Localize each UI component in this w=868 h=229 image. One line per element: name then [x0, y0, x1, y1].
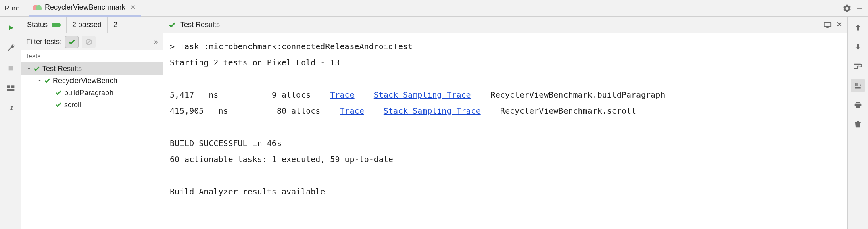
status-label: Status	[27, 21, 48, 29]
tree-test-label: scroll	[64, 101, 81, 109]
console-line: 60 actionable tasks: 1 executed, 59 up-t…	[170, 151, 841, 167]
status-cell: Status	[21, 17, 67, 33]
scroll-to-end-button[interactable]	[851, 79, 865, 92]
close-icon	[836, 21, 843, 27]
soft-wrap-icon	[853, 62, 862, 70]
devices-button[interactable]	[823, 21, 832, 29]
pass-icon	[33, 65, 41, 73]
chevron-down-icon[interactable]	[36, 78, 43, 83]
svg-rect-0	[857, 8, 862, 9]
minimize-icon	[855, 5, 863, 12]
console-line	[170, 119, 841, 135]
test-tree[interactable]: Test Results RecyclerViewBench buildPar	[21, 62, 163, 229]
passed-count-text: 2 passed	[72, 21, 102, 29]
left-toolbar	[0, 17, 21, 229]
main-area: Status 2 passed 2 Filter tests:	[0, 17, 868, 229]
results-title: Test Results	[180, 21, 220, 29]
run-config-tab[interactable]: RecyclerViewBenchmark ✕	[29, 0, 141, 17]
scroll-to-end-icon	[854, 81, 862, 90]
filter-label: Filter tests:	[26, 37, 62, 46]
trace-link[interactable]: Trace	[330, 90, 354, 100]
svg-rect-4	[7, 89, 14, 91]
pass-icon	[54, 101, 63, 109]
passed-cell: 2 passed	[67, 17, 108, 33]
tree-test-row[interactable]: buildParagraph	[21, 87, 163, 99]
console-output[interactable]: > Task :microbenchmark:connectedReleaseA…	[163, 33, 847, 229]
stop-button[interactable]	[5, 62, 17, 74]
edit-config-button[interactable]	[5, 42, 17, 54]
right-toolbar	[847, 17, 868, 229]
console-line	[170, 167, 841, 183]
stop-icon	[8, 65, 14, 71]
benchmark-row: 5,417 ns 9 allocs Trace Stack Sampling T…	[170, 87, 841, 103]
console-line: > Task :microbenchmark:connectedReleaseA…	[170, 38, 841, 54]
stack-trace-link[interactable]: Stack Sampling Trace	[374, 90, 471, 100]
pass-icon	[43, 77, 51, 85]
settings-button[interactable]	[841, 2, 853, 15]
tree-class-row[interactable]: RecyclerViewBench	[21, 75, 163, 87]
close-tab-icon[interactable]: ✕	[130, 4, 136, 11]
status-bar: Status 2 passed 2	[21, 17, 163, 33]
tests-column-header: Tests	[21, 50, 163, 62]
results-panel: Test Results > Task :microbenchmark:conn…	[163, 17, 847, 229]
console-line: BUILD SUCCESSFUL in 46s	[170, 135, 841, 151]
scroll-down-button[interactable]	[851, 40, 865, 54]
expand-toolbar-button[interactable]: »	[149, 36, 163, 48]
topbar: Run: RecyclerViewBenchmark ✕	[0, 0, 868, 17]
console-line: Build Analyzer results available	[170, 183, 841, 200]
pin-button[interactable]	[5, 103, 17, 114]
instrumented-test-icon	[33, 4, 42, 11]
total-count: 2	[113, 21, 117, 29]
svg-line-6	[87, 40, 91, 44]
svg-rect-2	[7, 85, 10, 88]
tree-root-label: Test Results	[42, 65, 82, 73]
pass-icon	[168, 21, 176, 29]
stack-trace-link[interactable]: Stack Sampling Trace	[384, 106, 481, 116]
check-icon	[68, 38, 76, 46]
results-header: Test Results	[163, 17, 847, 33]
hide-button[interactable]	[853, 2, 865, 15]
print-icon	[854, 101, 862, 109]
chevrons-right-icon: »	[154, 37, 158, 46]
run-tool-window: Run: RecyclerViewBenchmark ✕	[0, 0, 868, 229]
tree-root-row[interactable]: Test Results	[21, 62, 163, 75]
chevron-down-icon[interactable]	[25, 66, 33, 71]
forbidden-icon	[85, 38, 93, 46]
arrow-up-icon	[854, 23, 862, 32]
trace-link[interactable]: Trace	[340, 106, 364, 116]
gear-icon	[843, 4, 851, 12]
run-label: Run:	[4, 4, 19, 12]
svg-rect-8	[825, 23, 831, 26]
benchmark-row: 415,905 ns 80 allocs Trace Stack Samplin…	[170, 103, 841, 119]
tree-class-label: RecyclerViewBench	[53, 77, 117, 85]
console-line	[170, 71, 841, 87]
status-pill-passed-icon	[52, 23, 61, 27]
tree-test-label: buildParagraph	[64, 89, 113, 97]
run-config-tab-title: RecyclerViewBenchmark	[45, 3, 125, 12]
clear-button[interactable]	[851, 117, 865, 131]
pin-icon	[7, 105, 15, 112]
soft-wrap-button[interactable]	[851, 59, 865, 73]
test-tree-panel: Status 2 passed 2 Filter tests:	[21, 17, 163, 229]
rerun-button[interactable]	[5, 22, 17, 33]
layout-icon	[7, 85, 15, 92]
close-results-button[interactable]	[836, 21, 843, 29]
svg-rect-1	[8, 66, 13, 71]
pass-icon	[54, 89, 63, 97]
svg-rect-9	[826, 27, 828, 28]
device-icon	[823, 21, 832, 29]
play-icon	[7, 24, 15, 31]
arrow-down-icon	[854, 42, 862, 51]
trash-icon	[854, 120, 862, 128]
scroll-up-button[interactable]	[851, 21, 865, 34]
print-button[interactable]	[851, 98, 865, 112]
wrench-icon	[7, 44, 15, 52]
show-passed-toggle[interactable]	[65, 36, 79, 48]
total-cell: 2	[108, 17, 123, 33]
svg-rect-3	[11, 85, 14, 88]
show-ignored-toggle[interactable]	[82, 36, 96, 48]
filter-row: Filter tests: »	[21, 33, 163, 50]
tree-test-row[interactable]: scroll	[21, 99, 163, 111]
console-line: Starting 2 tests on Pixel Fold - 13	[170, 54, 841, 71]
layout-button[interactable]	[5, 83, 17, 94]
